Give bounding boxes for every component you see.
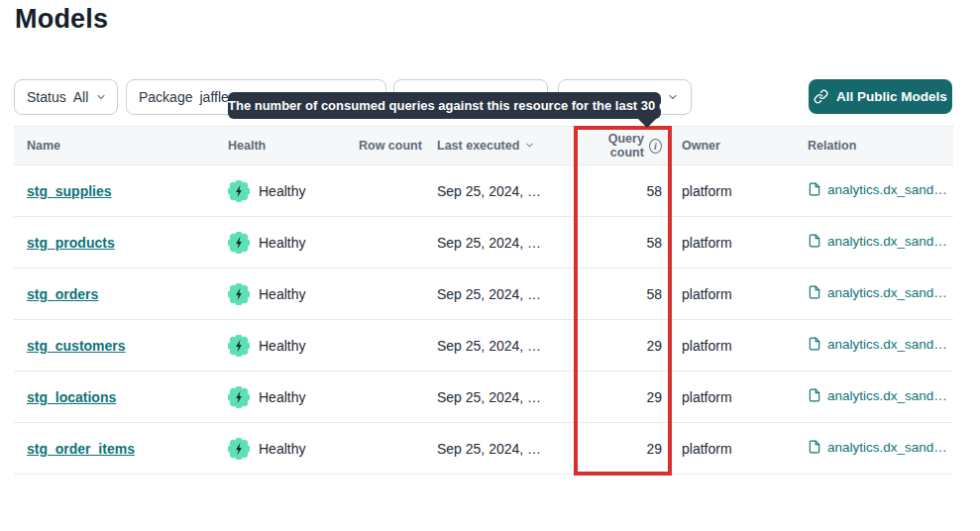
query-count-cell: 29 [582, 441, 664, 457]
file-icon [808, 234, 821, 248]
query-count-cell: 29 [582, 338, 664, 354]
column-header-query-count: Query count i [582, 132, 664, 159]
model-link[interactable]: stg_locations [27, 389, 116, 405]
relation-link[interactable]: analytics.dx_sand… [808, 182, 947, 197]
column-header-name: Name [14, 139, 228, 153]
last-executed-cell: Sep 25, 2024, … [437, 338, 582, 354]
owner-cell: platform [664, 235, 808, 251]
relation-link[interactable]: analytics.dx_sand… [808, 337, 947, 352]
link-icon [814, 89, 828, 104]
query-count-cell: 58 [582, 183, 664, 199]
model-link[interactable]: stg_orders [27, 286, 98, 302]
owner-cell: platform [664, 389, 808, 405]
last-executed-cell: Sep 25, 2024, … [437, 441, 582, 457]
chevron-down-icon [95, 91, 107, 103]
column-header-owner: Owner [664, 139, 808, 153]
column-header-health: Health [228, 139, 359, 153]
last-executed-cell: Sep 25, 2024, … [437, 286, 582, 302]
owner-cell: platform [664, 286, 808, 302]
status-filter-dropdown[interactable]: Status All [14, 79, 118, 115]
table-row: stg_customers Healthy Sep 25, 2024, … 29… [14, 320, 953, 372]
table-row: stg_products Healthy Sep 25, 2024, … 58 … [14, 217, 953, 268]
query-count-cell: 29 [582, 389, 664, 405]
relation-link[interactable]: analytics.dx_sand… [808, 440, 947, 455]
tooltip-caret [637, 118, 657, 128]
file-icon [808, 285, 821, 299]
query-count-tooltip: The number of consumed queries against t… [228, 92, 661, 119]
health-status-text: Healthy [259, 338, 305, 354]
health-status-text: Healthy [259, 183, 305, 199]
tooltip-text: The number of consumed queries against t… [228, 98, 689, 113]
status-filter-value: All [73, 89, 89, 105]
health-status-text: Healthy [259, 235, 305, 251]
table-row: stg_supplies Healthy Sep 25, 2024, … 58 … [14, 165, 953, 217]
file-icon [808, 440, 821, 454]
healthy-badge-icon [228, 283, 250, 305]
table-row: stg_locations Healthy Sep 25, 2024, … 29… [14, 372, 953, 423]
relation-link[interactable]: analytics.dx_sand… [808, 388, 947, 403]
models-table: Name Health Row count Last executed Quer… [14, 126, 953, 475]
healthy-badge-icon [228, 335, 250, 357]
package-filter-label: Package [139, 89, 192, 105]
file-icon [808, 182, 821, 196]
healthy-badge-icon [228, 386, 250, 408]
owner-cell: platform [664, 441, 808, 457]
healthy-badge-icon [228, 232, 250, 254]
info-icon[interactable]: i [649, 139, 662, 154]
table-row: stg_order_items Healthy Sep 25, 2024, … … [14, 423, 953, 475]
model-link[interactable]: stg_order_items [27, 441, 135, 457]
last-executed-label: Last executed [437, 139, 519, 153]
query-count-cell: 58 [582, 235, 664, 251]
status-filter-label: Status [27, 89, 66, 105]
column-header-row-count: Row count [359, 139, 437, 153]
file-icon [808, 337, 821, 351]
healthy-badge-icon [228, 438, 250, 460]
page-title: Models [15, 4, 108, 35]
models-page: Models Status All Package jaffle_ All Pu… [0, 0, 980, 531]
relation-link[interactable]: analytics.dx_sand… [808, 285, 947, 300]
file-icon [808, 388, 821, 402]
relation-link[interactable]: analytics.dx_sand… [808, 234, 947, 249]
column-header-last-executed[interactable]: Last executed [437, 139, 582, 153]
table-row: stg_orders Healthy Sep 25, 2024, … 58 pl… [14, 268, 953, 320]
last-executed-cell: Sep 25, 2024, … [437, 183, 582, 199]
query-count-label: Query count [582, 132, 644, 159]
sort-chevron-icon [524, 140, 536, 152]
owner-cell: platform [664, 183, 808, 199]
model-link[interactable]: stg_supplies [27, 183, 112, 199]
last-executed-cell: Sep 25, 2024, … [437, 389, 582, 405]
owner-cell: platform [664, 338, 808, 354]
health-status-text: Healthy [259, 286, 305, 302]
health-status-text: Healthy [259, 441, 305, 457]
last-executed-cell: Sep 25, 2024, … [437, 235, 582, 251]
column-header-relation: Relation [808, 139, 953, 153]
all-public-models-button[interactable]: All Public Models [809, 79, 952, 114]
table-header-row: Name Health Row count Last executed Quer… [14, 126, 953, 165]
model-link[interactable]: stg_customers [27, 338, 126, 354]
healthy-badge-icon [228, 180, 250, 202]
model-link[interactable]: stg_products [27, 235, 115, 251]
health-status-text: Healthy [259, 389, 305, 405]
query-count-cell: 58 [582, 286, 664, 302]
all-public-models-label: All Public Models [836, 89, 947, 104]
